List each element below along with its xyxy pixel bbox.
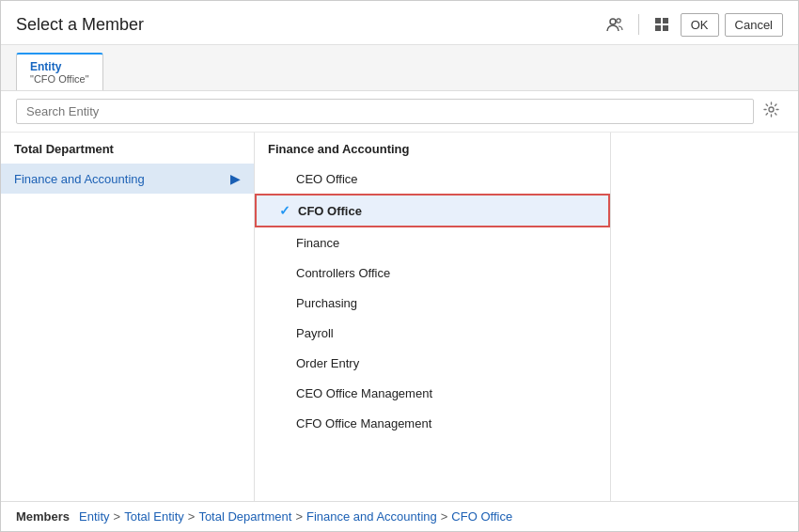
item-label: Controllers Office (296, 266, 390, 280)
check-icon (277, 355, 290, 370)
check-icon (277, 235, 290, 250)
item-label: CFO Office Management (296, 416, 431, 430)
ok-button[interactable]: OK (681, 13, 719, 37)
chevron-right-icon: ▶ (230, 171, 241, 186)
check-icon (277, 415, 290, 430)
entity-tab[interactable]: Entity "CFO Office" (16, 53, 103, 90)
right-panel: Finance and Accounting CEO Office ✓ CFO … (255, 133, 610, 501)
search-bar (1, 91, 798, 133)
breadcrumb-finance-accounting[interactable]: Finance and Accounting (306, 509, 437, 524)
svg-point-1 (617, 19, 620, 23)
list-item-ceo-office-management[interactable]: CEO Office Management (255, 378, 610, 408)
left-panel-header: Total Department (1, 133, 254, 164)
list-item-order-entry[interactable]: Order Entry (255, 348, 610, 378)
tab-sublabel: "CFO Office" (30, 73, 89, 85)
breadcrumb-total-entity[interactable]: Total Entity (124, 509, 184, 524)
settings-button[interactable] (760, 100, 783, 123)
list-item-payroll[interactable]: Payroll (255, 318, 610, 348)
select-member-dialog: Select a Member (0, 0, 799, 532)
svg-rect-4 (655, 25, 661, 31)
list-item-purchasing[interactable]: Purchasing (255, 288, 610, 318)
list-item-cfo-office-management[interactable]: CFO Office Management (255, 408, 610, 438)
svg-rect-3 (663, 18, 668, 23)
footer: Members Entity > Total Entity > Total De… (1, 501, 798, 531)
item-label-selected: CFO Office (298, 204, 362, 218)
check-icon (277, 295, 290, 310)
svg-point-0 (610, 19, 616, 24)
third-panel (610, 133, 798, 501)
list-item-controllers-office[interactable]: Controllers Office (255, 258, 610, 288)
item-label: Finance (296, 236, 339, 250)
tab-label: Entity (30, 60, 89, 73)
user-group-icon-button[interactable] (601, 12, 629, 37)
members-label: Members (16, 509, 70, 524)
list-item-cfo-office[interactable]: ✓ CFO Office (255, 194, 610, 227)
check-icon-cfo: ✓ (279, 203, 292, 218)
left-panel-item-label: Finance and Accounting (14, 172, 145, 186)
header-actions: OK Cancel (601, 12, 783, 37)
check-icon (277, 325, 290, 340)
item-label: Order Entry (296, 356, 359, 370)
svg-rect-2 (655, 18, 661, 23)
gear-icon (763, 102, 779, 117)
item-label: CEO Office (296, 172, 358, 186)
user-group-icon (606, 16, 623, 33)
right-panel-header: Finance and Accounting (255, 133, 610, 164)
item-label: Payroll (296, 326, 334, 340)
breadcrumb-sep-1: > (114, 509, 121, 524)
breadcrumb-sep-3: > (295, 509, 303, 524)
list-item-finance[interactable]: Finance (255, 227, 610, 258)
grid-icon (654, 17, 669, 32)
cancel-button[interactable]: Cancel (725, 13, 783, 37)
item-label: Purchasing (296, 296, 357, 310)
breadcrumb-total-department[interactable]: Total Department (198, 509, 291, 524)
breadcrumb-sep-2: > (188, 509, 196, 524)
check-icon (277, 265, 290, 280)
left-panel: Total Department Finance and Accounting … (1, 133, 255, 501)
tab-bar: Entity "CFO Office" (1, 45, 798, 91)
check-icon (277, 385, 290, 400)
check-icon (277, 171, 290, 186)
dialog-title: Select a Member (16, 15, 144, 35)
breadcrumb-entity[interactable]: Entity (79, 509, 110, 524)
list-item-ceo-office[interactable]: CEO Office (255, 164, 610, 194)
item-label: CEO Office Management (296, 386, 432, 400)
svg-rect-5 (663, 25, 668, 31)
left-panel-item-finance[interactable]: Finance and Accounting ▶ (1, 164, 254, 194)
breadcrumb-cfo-office: CFO Office (451, 509, 512, 524)
svg-point-6 (769, 107, 774, 112)
dialog-header: Select a Member (1, 1, 798, 45)
header-divider (638, 14, 639, 35)
view-toggle-button[interactable] (649, 13, 675, 36)
content-area: Total Department Finance and Accounting … (1, 133, 798, 501)
search-input[interactable] (16, 99, 754, 124)
breadcrumb-sep-4: > (441, 509, 448, 524)
